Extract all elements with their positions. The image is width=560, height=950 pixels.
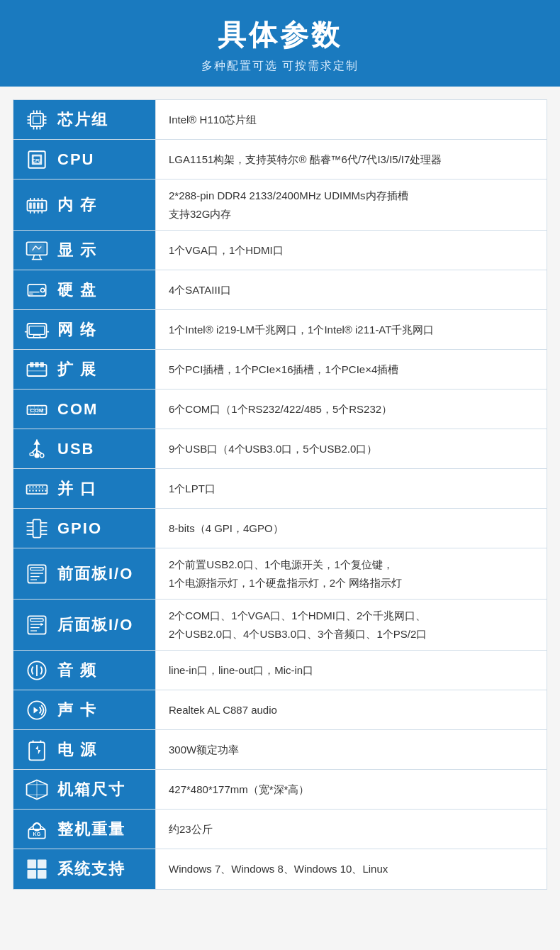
svg-point-71 bbox=[35, 486, 37, 487]
spec-row-chassis: 机箱尺寸 427*480*177mm（宽*深*高） bbox=[13, 770, 547, 810]
spec-label-gpio: GPIO bbox=[13, 509, 155, 548]
spec-row-lpt: 并 口 1个LPT口 bbox=[13, 469, 547, 509]
com-icon: COM bbox=[23, 396, 50, 423]
spec-value-cpu: LGA1151构架，支持英特尔® 酷睿™6代/7代I3/I5/I7处理器 bbox=[155, 140, 547, 179]
spec-label-os: 系统支持 bbox=[13, 849, 155, 889]
hdd-icon bbox=[23, 277, 50, 304]
svg-line-33 bbox=[40, 255, 41, 259]
power-icon bbox=[23, 736, 50, 763]
spec-name-display: 显 示 bbox=[57, 240, 97, 261]
cpu-icon: CPU bbox=[23, 146, 50, 173]
spec-row-cpu: CPU CPU LGA1151构架，支持英特尔® 酷睿™6代/7代I3/I5/I… bbox=[13, 140, 547, 179]
spec-name-chipset: 芯片组 bbox=[57, 109, 108, 131]
spec-label-weight: KG 整机重量 bbox=[13, 810, 155, 849]
os-icon bbox=[23, 856, 50, 883]
svg-point-69 bbox=[29, 486, 30, 487]
spec-label-rear-io: 后面板I/O bbox=[13, 600, 155, 650]
display-icon bbox=[23, 237, 50, 264]
network-icon bbox=[23, 316, 50, 343]
svg-point-75 bbox=[33, 490, 34, 491]
spec-label-audio: 音 频 bbox=[13, 651, 155, 690]
chassis-icon bbox=[23, 776, 50, 803]
spec-value-com: 6个COM口（1个RS232/422/485，5个RS232） bbox=[155, 390, 547, 429]
spec-name-chassis: 机箱尺寸 bbox=[57, 779, 125, 800]
spec-label-memory: 内 存 bbox=[13, 179, 155, 230]
svg-point-40 bbox=[40, 288, 44, 292]
spec-name-front-io: 前面板I/O bbox=[57, 563, 133, 585]
spec-row-soundcard: 声 卡 Realtek AL C887 audio bbox=[13, 690, 547, 730]
spec-row-os: 系统支持 Windows 7、Windows 8、Windows 10、Linu… bbox=[13, 849, 547, 889]
svg-rect-49 bbox=[30, 362, 33, 367]
spec-table: 芯片组 Intel® H110芯片组 CPU CPU LGA1151构架，支持英… bbox=[13, 99, 547, 890]
spec-value-os: Windows 7、Windows 8、Windows 10、Linux bbox=[155, 849, 547, 889]
spec-label-expansion: 扩 展 bbox=[13, 350, 155, 389]
spec-name-power: 电 源 bbox=[57, 739, 97, 761]
spec-label-power: 电 源 bbox=[13, 730, 155, 769]
svg-text:COM: COM bbox=[30, 407, 44, 413]
front-icon bbox=[23, 560, 50, 587]
spec-value-hdd: 4个SATAIII口 bbox=[155, 270, 547, 309]
spec-label-chipset: 芯片组 bbox=[13, 100, 155, 139]
spec-label-lpt: 并 口 bbox=[13, 469, 155, 508]
spec-row-expansion: 扩 展 5个PCI插槽，1个PCIe×16插槽，1个PCIe×4插槽 bbox=[13, 350, 547, 390]
spec-value-gpio: 8-bits（4 GPI，4GPO） bbox=[155, 509, 547, 548]
spec-row-gpio: GPIO 8-bits（4 GPI，4GPO） bbox=[13, 509, 547, 548]
spec-value-soundcard: Realtek AL C887 audio bbox=[155, 690, 547, 729]
spec-label-chassis: 机箱尺寸 bbox=[13, 770, 155, 809]
gpio-icon bbox=[23, 515, 50, 542]
spec-row-power: 电 源 300W额定功率 bbox=[13, 730, 547, 770]
svg-rect-0 bbox=[30, 114, 43, 126]
rear-icon bbox=[23, 612, 50, 639]
svg-rect-1 bbox=[33, 116, 41, 123]
weight-icon: KG bbox=[23, 816, 50, 843]
svg-point-72 bbox=[39, 486, 40, 487]
spec-name-audio: 音 频 bbox=[57, 660, 97, 681]
spec-row-network: 网 络 1个Intel® i219-LM千兆网口，1个Intel® i211-A… bbox=[13, 310, 547, 350]
svg-rect-51 bbox=[40, 362, 44, 367]
svg-point-70 bbox=[33, 486, 34, 487]
svg-text:KG: KG bbox=[33, 831, 41, 837]
spec-label-hdd: 硬 盘 bbox=[13, 270, 155, 309]
svg-rect-50 bbox=[35, 362, 38, 367]
spec-value-audio: line-in口，line-out口，Mic-in口 bbox=[155, 651, 547, 690]
spec-value-chassis: 427*480*177mm（宽*深*高） bbox=[155, 770, 547, 809]
memory-icon bbox=[23, 192, 50, 219]
spec-row-hdd: 硬 盘 4个SATAIII口 bbox=[13, 270, 547, 310]
spec-name-rear-io: 后面板I/O bbox=[57, 614, 133, 636]
spec-name-weight: 整机重量 bbox=[57, 819, 125, 840]
svg-point-66 bbox=[35, 453, 38, 457]
spec-row-audio: 音 频 line-in口，line-out口，Mic-in口 bbox=[13, 651, 547, 690]
svg-rect-21 bbox=[37, 202, 40, 209]
spec-name-soundcard: 声 卡 bbox=[57, 700, 97, 721]
svg-rect-113 bbox=[38, 860, 47, 869]
spec-name-hdd: 硬 盘 bbox=[57, 280, 97, 301]
spec-name-expansion: 扩 展 bbox=[57, 359, 97, 380]
svg-point-76 bbox=[35, 490, 37, 491]
svg-rect-44 bbox=[29, 326, 45, 334]
spec-value-weight: 约23公斤 bbox=[155, 810, 547, 849]
svg-point-77 bbox=[39, 490, 40, 491]
spec-row-display: 显 示 1个VGA口，1个HDMI口 bbox=[13, 231, 547, 270]
spec-label-front-io: 前面板I/O bbox=[13, 548, 155, 599]
spec-row-com: COM COM 6个COM口（1个RS232/422/485，5个RS232） bbox=[13, 390, 547, 429]
spec-row-weight: KG 整机重量 约23公斤 bbox=[13, 810, 547, 849]
spec-value-rear-io: 2个COM口、1个VGA口、1个HDMI口、2个千兆网口、2个USB2.0口、4… bbox=[155, 600, 547, 650]
spec-value-lpt: 1个LPT口 bbox=[155, 469, 547, 508]
svg-point-73 bbox=[42, 486, 43, 487]
page-header: 具体参数 多种配置可选 可按需求定制 bbox=[0, 0, 560, 87]
svg-line-32 bbox=[33, 255, 35, 259]
svg-text:CPU: CPU bbox=[32, 158, 42, 162]
svg-rect-112 bbox=[28, 860, 37, 869]
spec-value-memory: 2*288-pin DDR4 2133/2400MHz UDIMMs内存插槽支持… bbox=[155, 179, 547, 230]
spec-name-lpt: 并 口 bbox=[57, 478, 97, 499]
spec-row-front-io: 前面板I/O 2个前置USB2.0口、1个电源开关，1个复位键，1个电源指示灯，… bbox=[13, 548, 547, 600]
spec-name-com: COM bbox=[57, 400, 98, 419]
audio-icon bbox=[23, 657, 50, 684]
lpt-icon bbox=[23, 475, 50, 502]
svg-rect-19 bbox=[29, 202, 32, 209]
spec-label-usb: USB bbox=[13, 429, 155, 468]
chip-icon bbox=[23, 106, 50, 133]
spec-value-display: 1个VGA口，1个HDMI口 bbox=[155, 231, 547, 270]
svg-rect-80 bbox=[33, 519, 41, 537]
svg-point-65 bbox=[40, 453, 44, 457]
